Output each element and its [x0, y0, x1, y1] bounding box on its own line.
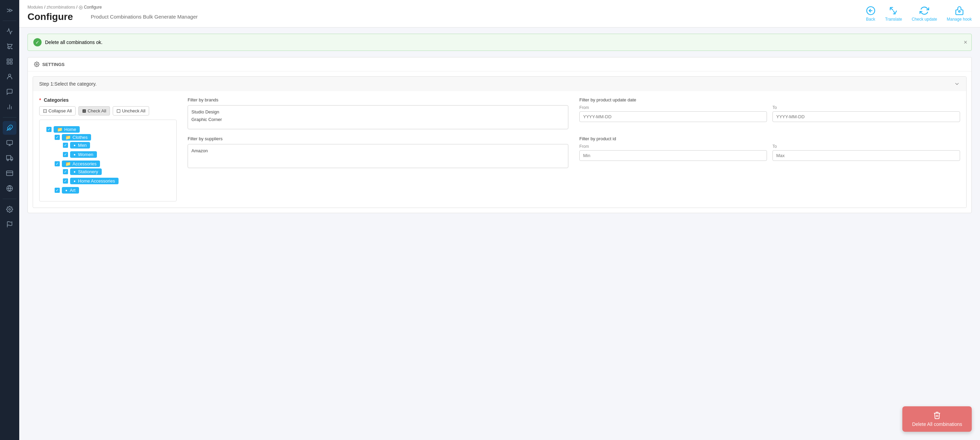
- tag-men[interactable]: Men: [70, 142, 90, 148]
- filter-date-from-label: From: [579, 105, 767, 110]
- filter-date-label: Filter by product update date: [579, 97, 960, 102]
- collapse-all-button[interactable]: Collapse All: [39, 106, 76, 115]
- filter-brands-block: Filter by brands Studio Design Graphic C…: [188, 97, 568, 129]
- category-controls: Collapse All Check All Uncheck All: [39, 106, 177, 115]
- delete-all-combinations-button[interactable]: Delete All combinations: [902, 406, 972, 432]
- checkbox-art[interactable]: ✓: [55, 188, 60, 193]
- filter-date-to-label: To: [772, 105, 960, 110]
- filter-suppliers-label: Filter by suppliers: [188, 136, 568, 141]
- svg-point-26: [36, 64, 37, 65]
- checkbox-home[interactable]: ✓: [46, 127, 51, 132]
- main-area: Modules / zhcombinations / Configure Con…: [19, 0, 980, 440]
- checkbox-women[interactable]: ✓: [63, 152, 68, 157]
- checkbox-empty-icon: [116, 109, 121, 113]
- filter-product-id-label: Filter by product id: [579, 136, 960, 141]
- chevron-down-icon: [954, 81, 960, 87]
- step1-section: Step 1:Select the category. * Categories: [33, 76, 967, 208]
- chart-icon[interactable]: [3, 24, 16, 38]
- checkbox-clothes[interactable]: ✓: [55, 135, 60, 140]
- right-panels: Filter by brands Studio Design Graphic C…: [188, 97, 960, 201]
- stats-icon[interactable]: [3, 100, 16, 114]
- checkbox-home-accessories[interactable]: ✓: [63, 179, 68, 183]
- translate-button[interactable]: Translate: [885, 6, 902, 22]
- checkbox-accessories[interactable]: ✓: [55, 161, 60, 166]
- tree-node-clothes: ✓ Clothes ✓ Men: [53, 133, 171, 158]
- globe-icon[interactable]: [3, 182, 16, 195]
- settings-header: SETTINGS: [28, 57, 971, 72]
- filter-date-from-input[interactable]: [579, 112, 767, 122]
- breadcrumb-configure: Configure: [79, 5, 102, 10]
- alert-success: ✓ Delete all combinations ok. ×: [27, 34, 972, 51]
- tag-home-accessories[interactable]: Home Accessories: [70, 178, 119, 184]
- flag-icon2[interactable]: [3, 218, 16, 231]
- svg-point-4: [9, 74, 11, 77]
- svg-point-20: [9, 209, 11, 210]
- tag-art[interactable]: Art: [62, 187, 79, 193]
- sidebar-divider: [3, 21, 16, 21]
- settings-icon: [34, 62, 40, 67]
- shop-icon[interactable]: [3, 40, 16, 53]
- filter-row-top: Filter by brands Studio Design Graphic C…: [188, 97, 960, 129]
- breadcrumb: Modules / zhcombinations / Configure: [27, 5, 197, 10]
- sidebar-divider-3: [3, 199, 16, 199]
- filter-date-to-input[interactable]: [772, 112, 960, 122]
- tag-women[interactable]: Women: [70, 151, 97, 158]
- expand-icon[interactable]: ≫: [3, 3, 16, 17]
- uncheck-all-button[interactable]: Uncheck All: [113, 106, 149, 115]
- manage-hook-button[interactable]: Manage hook: [947, 6, 972, 22]
- svg-point-14: [7, 159, 9, 161]
- filter-id-to-input[interactable]: [772, 150, 960, 161]
- check-update-button[interactable]: Check update: [912, 6, 937, 22]
- breadcrumb-modules[interactable]: Modules: [27, 5, 43, 10]
- tree-node-men: ✓ Men: [62, 141, 171, 149]
- filter-suppliers-list[interactable]: Amazon: [188, 144, 568, 168]
- sidebar-divider-2: [3, 117, 16, 118]
- trash-icon: [933, 411, 941, 419]
- alert-message: Delete all combinations ok.: [45, 40, 102, 45]
- filter-date-block: Filter by product update date From To: [579, 97, 960, 129]
- tag-home[interactable]: Home: [54, 126, 80, 133]
- tree-node-accessories: ✓ Accessories ✓ Stationery: [53, 160, 171, 185]
- back-button[interactable]: Back: [866, 6, 875, 22]
- category-section: * Categories Collapse All Check All: [39, 97, 177, 201]
- checkbox-men[interactable]: ✓: [63, 143, 68, 148]
- success-icon: ✓: [33, 38, 41, 46]
- filter-date-from-group: From: [579, 105, 767, 122]
- puzzle-icon[interactable]: [3, 121, 16, 135]
- step1-body: * Categories Collapse All Check All: [33, 91, 966, 207]
- supplier-item-amazon: Amazon: [191, 147, 565, 155]
- person-icon[interactable]: [3, 70, 16, 83]
- grid-icon[interactable]: [3, 55, 16, 69]
- svg-rect-3: [10, 62, 13, 64]
- tree-node-stationery: ✓ Stationery: [62, 168, 171, 175]
- filter-row-bottom: Filter by suppliers Amazon Filter by pro…: [188, 136, 960, 168]
- alert-close-button[interactable]: ×: [964, 39, 967, 46]
- filter-id-to-label: To: [772, 144, 960, 149]
- svg-point-22: [80, 7, 81, 8]
- monitor-icon[interactable]: [3, 136, 16, 150]
- comment-icon[interactable]: [3, 85, 16, 99]
- tree-node-art: ✓ Art: [53, 186, 171, 194]
- category-tree-box: ✓ Home ✓ Clothes: [39, 120, 177, 201]
- truck-icon[interactable]: [3, 151, 16, 165]
- filter-suppliers-block: Filter by suppliers Amazon: [188, 136, 568, 168]
- tag-stationery[interactable]: Stationery: [70, 169, 102, 175]
- step1-header[interactable]: Step 1:Select the category.: [33, 77, 966, 91]
- gear-icon[interactable]: [3, 202, 16, 216]
- svg-rect-16: [6, 171, 13, 175]
- checkbox-stationery[interactable]: ✓: [63, 169, 68, 174]
- topbar-actions: Back Translate Check update Manage hook: [866, 6, 972, 22]
- svg-rect-10: [7, 140, 13, 145]
- filter-id-from-label: From: [579, 144, 767, 149]
- tag-clothes[interactable]: Clothes: [62, 134, 91, 140]
- tag-accessories[interactable]: Accessories: [62, 161, 100, 167]
- tree-node-women: ✓ Women: [62, 151, 171, 158]
- filter-date-to-group: To: [772, 105, 960, 122]
- filter-id-from-input[interactable]: [579, 150, 767, 161]
- breadcrumb-zhcombinations[interactable]: zhcombinations: [46, 5, 75, 10]
- check-all-button[interactable]: Check All: [78, 106, 110, 115]
- filter-brands-list[interactable]: Studio Design Graphic Corner: [188, 105, 568, 129]
- card-icon[interactable]: [3, 166, 16, 180]
- filter-id-from-group: From: [579, 144, 767, 161]
- tree-node-home-accessories: ✓ Home Accessories: [62, 177, 171, 185]
